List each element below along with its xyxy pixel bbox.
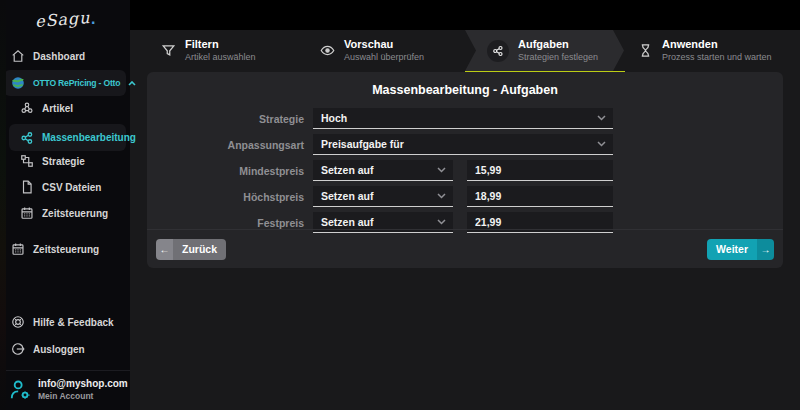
strategie-select[interactable]: Hoch [313, 108, 613, 129]
step-text: Vorschau Auswahl überprüfen [344, 38, 424, 62]
form-row-hoechstpreis: Höchstpreis Setzen auf [147, 186, 783, 207]
sidebar-item-csv-dateien[interactable]: CSV Dateien [0, 177, 130, 197]
field-label: Höchstpreis [147, 191, 313, 203]
sidebar-nav: Dashboard OTTO RePricing - Otto Artikel … [0, 46, 130, 259]
form-row-strategie: Strategie Hoch [147, 108, 783, 129]
funnel-icon [161, 43, 176, 58]
step-vorschau[interactable]: Vorschau Auswahl überprüfen [306, 30, 465, 71]
sidebar-item-strategie[interactable]: Strategie [0, 151, 130, 171]
logout-icon [11, 342, 25, 356]
sidebar-item-label: Strategie [42, 156, 85, 167]
back-button[interactable]: ← Zurück [156, 239, 226, 260]
step-title: Filtern [185, 38, 256, 51]
mindestpreis-input[interactable] [467, 160, 613, 181]
sidebar-item-label: Ausloggen [33, 344, 85, 355]
eye-icon [320, 43, 335, 58]
step-subtitle: Prozess starten und warten [662, 52, 772, 63]
sidebar-item-ausloggen[interactable]: Ausloggen [0, 339, 130, 359]
calendar-icon [20, 206, 34, 220]
sidebar-item-label: Massenbearbeitung [42, 132, 136, 143]
sidebar-item-hilfe-feedback[interactable]: Hilfe & Feedback [0, 312, 130, 332]
step-subtitle: Strategien festlegen [518, 52, 598, 63]
share-nodes-icon [20, 131, 34, 145]
account-label: Mein Account [38, 391, 128, 401]
sidebar-item-label: Zeitsteuerung [42, 208, 108, 219]
field-label: Anpassungsart [147, 139, 313, 151]
chevron-up-icon[interactable] [128, 81, 136, 86]
chevron-down-icon [597, 141, 606, 147]
step-title: Vorschau [344, 38, 424, 51]
step-text: Aufgaben Strategien festlegen [518, 38, 598, 62]
logo-text: eSagu [34, 8, 91, 31]
sidebar-item-zeitsteuerung-1[interactable]: Zeitsteuerung [0, 203, 130, 223]
globe-icon [11, 76, 25, 90]
account-text: info@myshop.com Mein Account [38, 378, 128, 401]
form-rows: Strategie Hoch Anpassungsart Preisaufgab… [147, 108, 783, 233]
mindestpreis-mode-select[interactable]: Setzen auf [313, 160, 453, 181]
step-aufgaben-active[interactable]: Aufgaben Strategien festlegen [465, 30, 624, 71]
logo[interactable]: eSagu . [0, 4, 130, 34]
hoechstpreis-mode-select[interactable]: Setzen auf [313, 186, 453, 207]
sidebar: eSagu . Dashboard OTTO RePricing - Otto … [0, 0, 130, 410]
sidebar-footer: Hilfe & Feedback Ausloggen info@myshop.c… [0, 312, 130, 410]
next-button[interactable]: Weiter → [707, 239, 774, 260]
arrow-right-icon: → [757, 239, 774, 260]
sidebar-item-artikel[interactable]: Artikel [0, 98, 130, 118]
select-value: Preisaufgabe für [321, 138, 404, 150]
arrow-left-icon: ← [156, 239, 173, 260]
sidebar-item-label: Zeitsteuerung [33, 244, 99, 255]
hoechstpreis-input[interactable] [467, 186, 613, 207]
sidebar-item-otto-repricing[interactable]: OTTO RePricing - Otto [4, 70, 126, 96]
step-text: Anwenden Prozess starten und warten [662, 38, 772, 62]
sidebar-item-zeitsteuerung-2[interactable]: Zeitsteuerung [0, 239, 130, 259]
chevron-down-icon [437, 167, 446, 173]
share-nodes-icon [487, 40, 509, 62]
life-ring-icon [11, 315, 25, 329]
step-text: Filtern Artikel auswählen [185, 38, 256, 62]
form-row-mindestpreis: Mindestpreis Setzen auf [147, 160, 783, 181]
top-black-strip [130, 0, 800, 30]
chevron-down-icon [437, 219, 446, 225]
step-subtitle: Auswahl überprüfen [344, 52, 424, 63]
field-label: Mindestpreis [147, 165, 313, 177]
logo-dot: . [91, 10, 95, 28]
chevron-down-icon [597, 115, 606, 121]
user-gear-icon [9, 379, 31, 401]
select-value: Hoch [321, 112, 347, 124]
sidebar-item-dashboard[interactable]: Dashboard [0, 46, 130, 66]
sitemap-icon [20, 154, 34, 168]
step-title: Anwenden [662, 38, 772, 51]
select-value: Setzen auf [321, 164, 374, 176]
anpassungsart-select[interactable]: Preisaufgabe für [313, 134, 613, 155]
file-icon [20, 180, 34, 194]
select-value: Setzen auf [321, 216, 374, 228]
chevron-down-icon [437, 193, 446, 199]
sidebar-item-label: Dashboard [33, 51, 85, 62]
account-menu[interactable]: info@myshop.com Mein Account [0, 370, 130, 410]
hourglass-icon [638, 43, 653, 58]
home-icon [11, 49, 25, 63]
account-email: info@myshop.com [38, 378, 128, 389]
step-subtitle: Artikel auswählen [185, 52, 256, 63]
sidebar-item-label: CSV Dateien [42, 182, 101, 193]
form-row-anpassungsart: Anpassungsart Preisaufgabe für [147, 134, 783, 155]
field-label: Festpreis [147, 217, 313, 229]
next-button-label: Weiter [707, 239, 757, 260]
select-value: Setzen auf [321, 190, 374, 202]
sidebar-item-label: Artikel [42, 103, 73, 114]
calendar-icon [11, 242, 25, 256]
back-button-label: Zurück [173, 239, 226, 260]
step-anwenden[interactable]: Anwenden Prozess starten und warten [624, 30, 783, 71]
step-filtern[interactable]: Filtern Artikel auswählen [147, 30, 306, 71]
field-label: Strategie [147, 113, 313, 125]
page-title: Massenbearbeitung - Aufgaben [147, 83, 783, 97]
massenbearbeitung-panel: Massenbearbeitung - Aufgaben Strategie H… [147, 72, 783, 268]
sidebar-item-label: Hilfe & Feedback [33, 317, 114, 328]
panel-footer: ← Zurück Weiter → [147, 229, 783, 268]
sidebar-item-label: OTTO RePricing - Otto [33, 78, 120, 88]
cluster-icon [20, 101, 34, 115]
step-title: Aufgaben [518, 38, 598, 51]
wizard-stepper: Filtern Artikel auswählen Vorschau Auswa… [147, 30, 783, 75]
sidebar-item-massenbearbeitung[interactable]: Massenbearbeitung [9, 124, 126, 151]
